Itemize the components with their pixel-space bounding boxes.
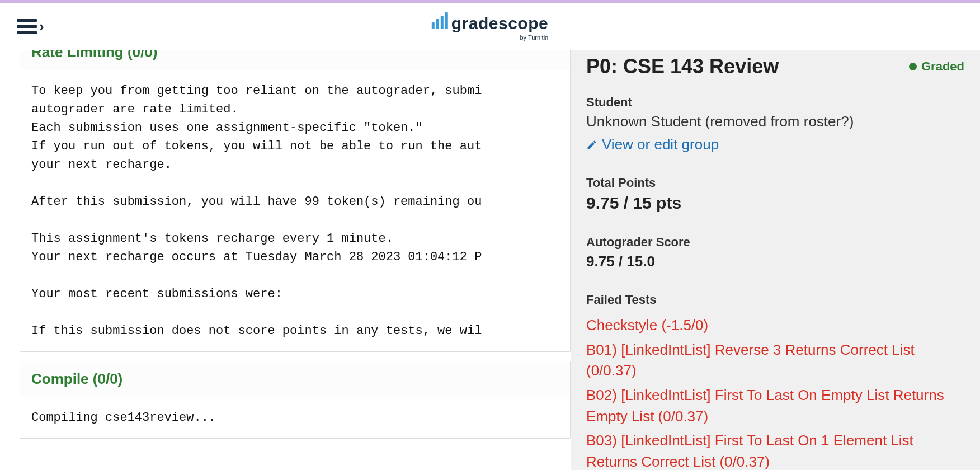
app-header: › gradescope by Turnitin	[0, 3, 980, 50]
brand-name: gradescope	[451, 14, 548, 33]
autograder-output: Rate Limiting (0/0) To keep you from get…	[0, 50, 571, 470]
pencil-icon	[586, 139, 597, 151]
failed-tests-list: Checkstyle (-1.5/0) B01) [LinkedIntList]…	[586, 315, 964, 470]
failed-test-item[interactable]: B02) [LinkedIntList] First To Last On Em…	[586, 385, 964, 427]
section-title-compile: Compile (0/0)	[31, 370, 559, 388]
section-title-rate: Rate Limiting (0/0)	[31, 50, 559, 61]
student-name: Unknown Student (removed from roster?)	[586, 113, 964, 130]
graded-status: Graded	[909, 59, 964, 74]
total-points-value: 9.75 / 15 pts	[586, 194, 964, 213]
autograder-score-label: Autograder Score	[586, 235, 964, 250]
section-body-compile: Compiling cse143review...	[20, 397, 570, 438]
failed-tests-label: Failed Tests	[586, 293, 964, 307]
group-link-text: View or edit group	[602, 136, 719, 153]
failed-test-item[interactable]: Checkstyle (-1.5/0)	[586, 315, 964, 336]
grade-sidebar: P0: CSE 143 Review Graded Student Unknow…	[571, 50, 980, 470]
hamburger-icon	[17, 19, 37, 34]
chevron-right-icon: ›	[39, 18, 44, 35]
assignment-title: P0: CSE 143 Review	[586, 55, 779, 78]
failed-test-item[interactable]: B03) [LinkedIntList] First To Last On 1 …	[586, 430, 964, 470]
logo-bars-icon	[432, 12, 448, 29]
status-dot-icon	[909, 63, 917, 70]
section-body-rate: To keep you from getting too reliant on …	[20, 70, 570, 351]
autograder-score-value: 9.75 / 15.0	[586, 253, 964, 270]
failed-test-item[interactable]: B01) [LinkedIntList] Reverse 3 Returns C…	[586, 340, 964, 382]
student-label: Student	[586, 95, 964, 110]
menu-toggle[interactable]: ›	[17, 18, 44, 35]
section-compile: Compile (0/0) Compiling cse143review...	[20, 361, 571, 439]
section-rate-limiting: Rate Limiting (0/0) To keep you from get…	[20, 50, 571, 352]
brand-logo[interactable]: gradescope by Turnitin	[432, 12, 548, 41]
view-edit-group-link[interactable]: View or edit group	[586, 136, 719, 153]
brand-subtext: by Turnitin	[520, 34, 548, 41]
status-text: Graded	[921, 59, 964, 74]
total-points-label: Total Points	[586, 176, 964, 190]
